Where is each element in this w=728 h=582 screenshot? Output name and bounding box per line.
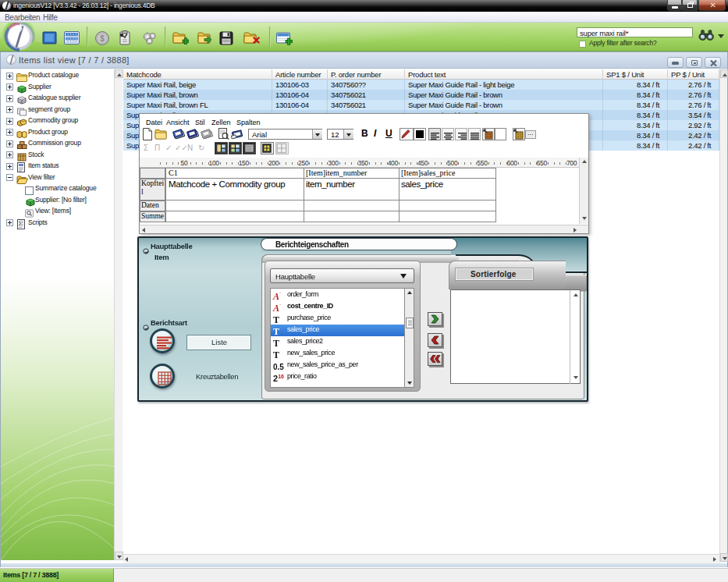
svg-text:$: $ [100,34,105,43]
